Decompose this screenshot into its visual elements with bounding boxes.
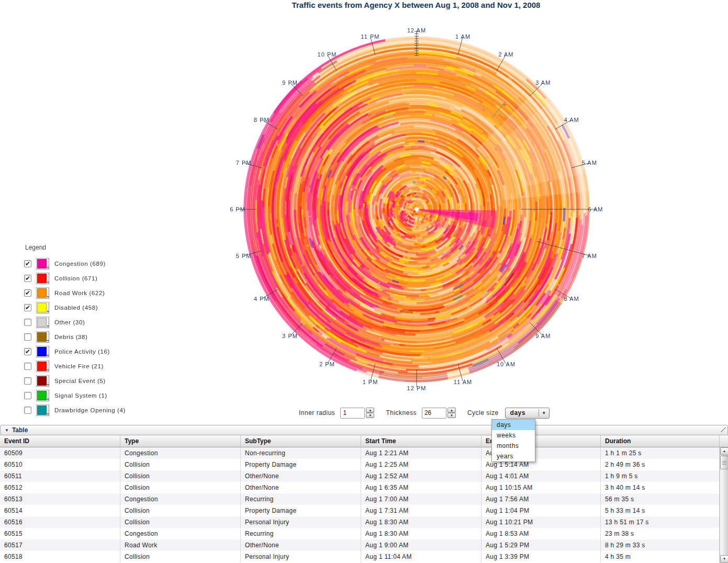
table-cell: 60511	[0, 470, 120, 482]
swatch-dropdown-icon: ▾	[47, 354, 49, 357]
inner-radius-input[interactable]	[340, 408, 365, 419]
color-swatch-button[interactable]: ▾	[36, 331, 49, 343]
table-cell: Aug 1 8:30 AM	[361, 516, 481, 528]
thickness-input[interactable]	[422, 408, 446, 419]
resize-grip[interactable]	[721, 427, 726, 432]
hour-label-3-am: 3 AM	[535, 80, 551, 86]
color-swatch-button[interactable]: ▾	[36, 273, 49, 284]
table-row[interactable]: 60509CongestionNon-recurringAug 1 2:21 A…	[0, 447, 728, 459]
column-header-subtype[interactable]: SubType	[241, 435, 361, 447]
color-swatch	[37, 259, 47, 268]
cycle-size-select[interactable]: days ▼	[505, 408, 550, 419]
table-cell: Non-recurring	[241, 447, 361, 459]
legend-item-label: Road Work (622)	[54, 290, 105, 296]
table-cell: Aug 1 7:56 AM	[481, 493, 601, 505]
color-swatch	[37, 406, 47, 415]
table-cell: Collision	[120, 551, 241, 562]
color-swatch-button[interactable]: ▾	[36, 404, 49, 416]
table-row[interactable]: 60511CollisionOther/NoneAug 1 2:52 AMAug…	[0, 470, 728, 482]
color-swatch	[37, 347, 47, 356]
legend-checkbox[interactable]	[24, 407, 31, 414]
table-cell: 60514	[0, 505, 120, 516]
legend-checkbox[interactable]: ✔	[24, 304, 31, 311]
cycle-size-label: Cycle size	[467, 409, 499, 416]
table-cell: Other/None	[241, 539, 361, 551]
cycle-size-option-months[interactable]: months	[492, 441, 535, 451]
legend-checkbox[interactable]	[24, 363, 31, 370]
column-header-duration[interactable]: Duration	[601, 435, 720, 447]
swatch-dropdown-icon: ▾	[47, 368, 49, 371]
legend-item: ▾Debris (38)	[24, 330, 150, 344]
table-cell: 5 h 33 m 14 s	[601, 505, 720, 516]
table-cell: 3 h 40 m 14 s	[601, 482, 720, 493]
color-swatch-button[interactable]: ▾	[36, 287, 49, 299]
color-swatch-button[interactable]: ▾	[36, 375, 49, 387]
table-scrollbar[interactable]: ▲ ▼	[720, 447, 728, 563]
hour-label-2-am: 2 AM	[498, 51, 513, 58]
table-cell: Property Damage	[241, 505, 361, 516]
legend-checkbox[interactable]	[24, 377, 31, 385]
table-cell: Aug 1 4:01 AM	[481, 470, 601, 482]
legend-checkbox[interactable]: ✔	[24, 260, 31, 267]
column-header-type[interactable]: Type	[120, 435, 241, 447]
swatch-dropdown-icon: ▾	[47, 295, 49, 298]
hour-label-1-pm: 1 PM	[363, 379, 378, 385]
swatch-dropdown-icon: ▾	[47, 310, 49, 313]
table-cell: Aug 1 10:15 AM	[481, 482, 601, 493]
legend-checkbox[interactable]: ✔	[24, 348, 31, 355]
legend-item: ✔▾Road Work (622)	[24, 286, 150, 300]
table-cell: Aug 1 5:29 PM	[481, 539, 601, 551]
color-swatch-button[interactable]: ▾	[36, 302, 49, 313]
cycle-size-option-days[interactable]: days	[492, 420, 535, 430]
thickness-up-icon[interactable]: ▲	[447, 408, 456, 413]
thickness-down-icon[interactable]: ▼	[447, 413, 456, 418]
color-swatch-button[interactable]: ▾	[36, 390, 49, 401]
table-row[interactable]: 60515CongestionRecurringAug 1 8:30 AMAug…	[0, 528, 728, 539]
table-cell: Other/None	[241, 482, 361, 493]
column-header-start-time[interactable]: Start Time	[361, 435, 481, 447]
cycle-size-option-weeks[interactable]: weeks	[492, 430, 535, 441]
table-row[interactable]: 60517Road WorkOther/NoneAug 1 9:00 AMAug…	[0, 539, 728, 551]
legend-item: ▾Special Event (5)	[24, 374, 150, 388]
color-swatch-button[interactable]: ▾	[36, 361, 49, 372]
table-cell: Property Damage	[241, 459, 361, 470]
hour-label-10-am: 10 AM	[497, 361, 516, 367]
table-cell: Recurring	[241, 493, 361, 505]
scrollbar-thumb[interactable]	[720, 456, 728, 469]
hour-label-8-pm: 8 PM	[254, 117, 270, 123]
table-collapse-bar[interactable]: ▼ Table	[0, 425, 728, 435]
scroll-down-icon[interactable]: ▼	[720, 555, 728, 563]
hour-label-5-am: 5 AM	[582, 160, 597, 166]
table-row[interactable]: 60516CollisionPersonal InjuryAug 1 8:30 …	[0, 516, 728, 528]
table-cell: Aug 1 1:04 PM	[481, 505, 601, 516]
legend-checkbox[interactable]	[24, 333, 31, 341]
table-cell: 60517	[0, 539, 120, 551]
table-cell: 1 h 1 m 25 s	[601, 447, 720, 459]
color-swatch-button[interactable]: ▾	[36, 258, 49, 269]
color-swatch-button[interactable]: ▾	[36, 317, 49, 328]
chevron-down-icon: ▼	[539, 411, 549, 415]
hour-label-7-pm: 7 PM	[236, 160, 252, 166]
table-row[interactable]: 60512CollisionOther/NoneAug 1 6:35 AMAug…	[0, 482, 728, 493]
table-row[interactable]: 60510CollisionProperty DamageAug 1 2:25 …	[0, 459, 728, 470]
swatch-dropdown-icon: ▾	[47, 324, 49, 328]
inner-radius-down-icon[interactable]: ▼	[366, 413, 374, 418]
column-header-event-id[interactable]: Event ID	[0, 435, 120, 447]
legend-checkbox[interactable]: ✔	[24, 275, 31, 282]
scroll-up-icon[interactable]: ▲	[720, 447, 728, 455]
hour-label-1-am: 1 AM	[455, 33, 471, 40]
table-row[interactable]: 60514CollisionProperty DamageAug 1 7:31 …	[0, 505, 728, 516]
table-cell: Collision	[120, 516, 241, 528]
legend-checkbox[interactable]: ✔	[24, 289, 31, 297]
table-row[interactable]: 60513CongestionRecurringAug 1 7:00 AMAug…	[0, 493, 728, 505]
legend-checkbox[interactable]	[24, 392, 31, 399]
hour-label-9-pm: 9 PM	[282, 80, 298, 86]
table-row[interactable]: 60518CollisionPersonal InjuryAug 1 11:04…	[0, 551, 728, 562]
inner-radius-up-icon[interactable]: ▲	[366, 408, 374, 413]
color-swatch-button[interactable]: ▾	[36, 346, 49, 357]
table-cell: 2 h 49 m 36 s	[601, 459, 720, 470]
table-cell: 56 m 35 s	[601, 493, 720, 505]
legend-checkbox[interactable]	[24, 319, 31, 326]
table-cell: Aug 1 2:25 AM	[361, 459, 481, 470]
cycle-size-option-years[interactable]: years	[492, 451, 535, 461]
